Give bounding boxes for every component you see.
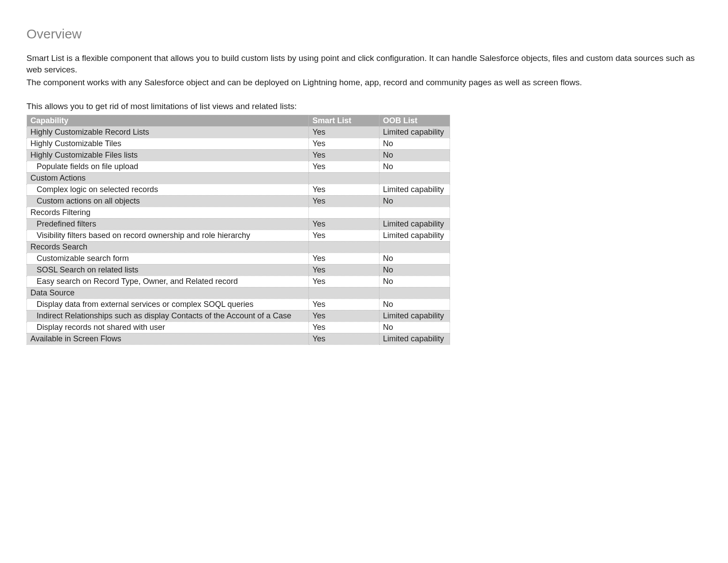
cell-capability: Data Source — [27, 287, 309, 299]
cell-oob-list: No — [379, 253, 450, 264]
cell-capability: Custom actions on all objects — [27, 195, 309, 207]
cell-oob-list: No — [379, 264, 450, 276]
cell-oob-list: No — [379, 138, 450, 149]
section-title: Overview — [26, 26, 702, 42]
table-row: Custom actions on all objectsYesNo — [27, 195, 450, 207]
cell-oob-list — [379, 287, 450, 299]
table-row: Highly Customizable Files listsYesNo — [27, 149, 450, 161]
table-row: Available in Screen FlowsYesLimited capa… — [27, 333, 450, 344]
cell-capability: Populate fields on file upload — [27, 161, 309, 172]
table-row: Visibility filters based on record owner… — [27, 230, 450, 241]
header-capability: Capability — [27, 115, 309, 126]
table-row: Display data from external services or c… — [27, 299, 450, 310]
cell-oob-list: Limited capability — [379, 218, 450, 230]
cell-capability: Highly Customizable Record Lists — [27, 126, 309, 138]
table-row: SOSL Search on related listsYesNo — [27, 264, 450, 276]
cell-oob-list — [379, 207, 450, 218]
cell-capability: Display records not shared with user — [27, 321, 309, 333]
cell-capability: Easy search on Record Type, Owner, and R… — [27, 276, 309, 287]
intro-paragraph-3: This allows you to get rid of most limit… — [26, 101, 702, 112]
cell-smart-list: Yes — [309, 126, 379, 138]
cell-smart-list: Yes — [309, 230, 379, 241]
cell-capability: Visibility filters based on record owner… — [27, 230, 309, 241]
intro-paragraph-1: Smart List is a flexible component that … — [26, 53, 702, 75]
cell-oob-list: No — [379, 195, 450, 207]
cell-smart-list: Yes — [309, 264, 379, 276]
cell-smart-list: Yes — [309, 161, 379, 172]
header-smart-list: Smart List — [309, 115, 379, 126]
cell-capability: Customizable search form — [27, 253, 309, 264]
table-row: Populate fields on file uploadYesNo — [27, 161, 450, 172]
cell-oob-list — [379, 172, 450, 184]
cell-smart-list — [309, 287, 379, 299]
cell-capability: Complex logic on selected records — [27, 184, 309, 195]
table-row: Predefined filtersYesLimited capability — [27, 218, 450, 230]
cell-smart-list — [309, 241, 379, 253]
table-row: Records Search — [27, 241, 450, 253]
cell-smart-list: Yes — [309, 333, 379, 344]
table-row: Highly Customizable Record ListsYesLimit… — [27, 126, 450, 138]
cell-smart-list: Yes — [309, 276, 379, 287]
cell-oob-list: Limited capability — [379, 333, 450, 344]
cell-smart-list: Yes — [309, 310, 379, 321]
cell-oob-list: Limited capability — [379, 310, 450, 321]
table-row: Custom Actions — [27, 172, 450, 184]
cell-oob-list — [379, 241, 450, 253]
cell-oob-list: No — [379, 149, 450, 161]
cell-oob-list: Limited capability — [379, 230, 450, 241]
table-row: Records Filtering — [27, 207, 450, 218]
cell-smart-list: Yes — [309, 195, 379, 207]
cell-smart-list — [309, 207, 379, 218]
table-row: Customizable search formYesNo — [27, 253, 450, 264]
cell-smart-list: Yes — [309, 149, 379, 161]
table-row: Data Source — [27, 287, 450, 299]
cell-capability: Records Search — [27, 241, 309, 253]
table-row: Complex logic on selected recordsYesLimi… — [27, 184, 450, 195]
table-row: Indirect Relationships such as display C… — [27, 310, 450, 321]
cell-smart-list: Yes — [309, 253, 379, 264]
table-row: Display records not shared with userYesN… — [27, 321, 450, 333]
cell-smart-list — [309, 172, 379, 184]
page-content: Overview Smart List is a flexible compon… — [0, 0, 728, 371]
table-row: Easy search on Record Type, Owner, and R… — [27, 276, 450, 287]
cell-smart-list: Yes — [309, 138, 379, 149]
header-oob-list: OOB List — [379, 115, 450, 126]
capability-table: Capability Smart List OOB List Highly Cu… — [26, 115, 450, 345]
cell-smart-list: Yes — [309, 321, 379, 333]
table-header-row: Capability Smart List OOB List — [27, 115, 450, 126]
cell-capability: Predefined filters — [27, 218, 309, 230]
cell-capability: Available in Screen Flows — [27, 333, 309, 344]
table-row: Highly Customizable TilesYesNo — [27, 138, 450, 149]
cell-capability: Indirect Relationships such as display C… — [27, 310, 309, 321]
cell-capability: Display data from external services or c… — [27, 299, 309, 310]
cell-capability: Highly Customizable Tiles — [27, 138, 309, 149]
cell-oob-list: No — [379, 321, 450, 333]
cell-smart-list: Yes — [309, 299, 379, 310]
cell-oob-list: Limited capability — [379, 184, 450, 195]
cell-capability: SOSL Search on related lists — [27, 264, 309, 276]
cell-oob-list: No — [379, 276, 450, 287]
cell-oob-list: Limited capability — [379, 126, 450, 138]
cell-oob-list: No — [379, 161, 450, 172]
cell-oob-list: No — [379, 299, 450, 310]
cell-smart-list: Yes — [309, 184, 379, 195]
cell-smart-list: Yes — [309, 218, 379, 230]
cell-capability: Records Filtering — [27, 207, 309, 218]
cell-capability: Custom Actions — [27, 172, 309, 184]
intro-paragraph-2: The component works with any Salesforce … — [26, 77, 702, 88]
cell-capability: Highly Customizable Files lists — [27, 149, 309, 161]
